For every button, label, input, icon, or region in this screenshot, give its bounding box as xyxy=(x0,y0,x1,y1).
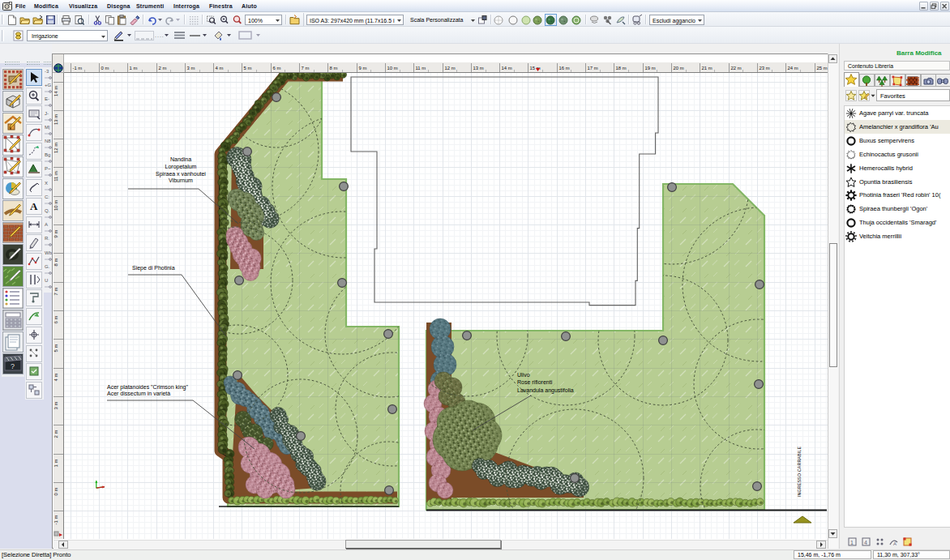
svg-text:4 m: 4 m xyxy=(53,374,58,382)
svg-text:10 m: 10 m xyxy=(53,200,58,211)
svg-text:21 m: 21 m xyxy=(702,66,712,71)
svg-text:7 m: 7 m xyxy=(302,66,310,71)
svg-text:2 m: 2 m xyxy=(53,430,58,438)
svg-text:3 m: 3 m xyxy=(53,402,58,410)
svg-text:Acer platanoides "Crimson king: Acer platanoides "Crimson king" xyxy=(107,384,188,391)
svg-text:Lavandula angustifolia: Lavandula angustifolia xyxy=(517,387,574,394)
svg-text:0 m: 0 m xyxy=(101,66,109,71)
svg-text:6 m: 6 m xyxy=(53,316,58,324)
svg-text:16 m: 16 m xyxy=(559,66,570,71)
svg-text:Ulivo: Ulivo xyxy=(517,372,530,378)
svg-text:8 m: 8 m xyxy=(330,66,338,71)
svg-text:Acer dissectum in varietà: Acer dissectum in varietà xyxy=(107,391,170,396)
svg-text:-1 m: -1 m xyxy=(53,515,58,525)
svg-text:10 m: 10 m xyxy=(387,66,398,71)
svg-text:2 m: 2 m xyxy=(159,66,167,71)
svg-text:4: 4 xyxy=(864,540,867,545)
svg-text:22 m: 22 m xyxy=(731,66,742,71)
svg-text:13 m: 13 m xyxy=(473,66,484,71)
svg-text:3 m: 3 m xyxy=(187,66,195,71)
svg-text:11 m: 11 m xyxy=(53,171,58,182)
svg-text:4 m: 4 m xyxy=(216,66,224,71)
svg-text:0 m: 0 m xyxy=(53,488,58,496)
svg-text:20 m: 20 m xyxy=(674,66,684,71)
svg-text:Siepe di Photinia: Siepe di Photinia xyxy=(132,265,175,271)
svg-text:1 m: 1 m xyxy=(130,66,138,71)
svg-text:9 m: 9 m xyxy=(359,66,367,71)
svg-text:1: 1 xyxy=(850,540,854,545)
svg-text:8 m: 8 m xyxy=(53,259,58,267)
svg-text:25 m: 25 m xyxy=(817,66,828,71)
svg-text:1 m: 1 m xyxy=(53,460,58,468)
svg-text:-1 m: -1 m xyxy=(73,66,83,71)
svg-text:12 m: 12 m xyxy=(445,66,456,71)
svg-text:14 m: 14 m xyxy=(502,66,512,71)
svg-text:Viburnum: Viburnum xyxy=(169,177,193,183)
svg-text:18 m: 18 m xyxy=(616,66,627,71)
svg-text:Rose rifiorenti: Rose rifiorenti xyxy=(517,379,553,385)
svg-text:5 m: 5 m xyxy=(244,66,252,71)
svg-text:9 m: 9 m xyxy=(53,230,58,238)
svg-text:12 m: 12 m xyxy=(53,143,58,153)
svg-text:14 m: 14 m xyxy=(53,86,58,96)
svg-text:INGRESSO CARRABILE: INGRESSO CARRABILE xyxy=(797,447,802,498)
svg-text:13 m: 13 m xyxy=(53,114,58,125)
svg-text:19 m: 19 m xyxy=(645,66,656,71)
svg-text:6 m: 6 m xyxy=(273,66,281,71)
svg-text:Nandina: Nandina xyxy=(170,156,191,162)
svg-text:24 m: 24 m xyxy=(788,66,798,71)
svg-text:5 m: 5 m xyxy=(53,344,58,353)
svg-text:?: ? xyxy=(11,362,15,370)
svg-text:Loropetalum: Loropetalum xyxy=(165,164,197,170)
svg-text:7 m: 7 m xyxy=(53,288,58,296)
svg-text:17 m: 17 m xyxy=(588,66,598,71)
svg-text:A: A xyxy=(30,200,38,212)
svg-text:23 m: 23 m xyxy=(760,66,770,71)
svg-text:A: A xyxy=(893,541,897,546)
svg-text:11 m: 11 m xyxy=(416,66,426,71)
svg-text:Spiraea x vanhoutei: Spiraea x vanhoutei xyxy=(156,171,206,177)
